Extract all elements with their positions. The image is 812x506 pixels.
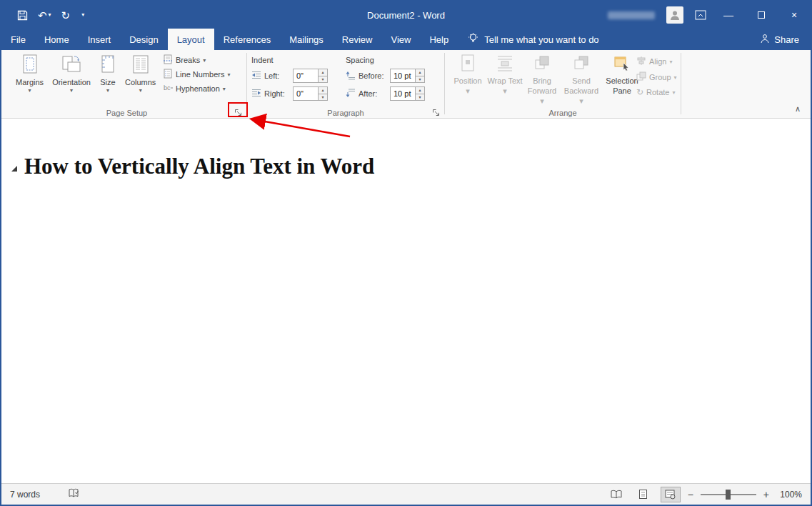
indent-left-spinner[interactable]: ▴▾ [318,69,327,82]
hyphenation-icon: bc [163,83,173,94]
spin-up-icon[interactable]: ▴ [416,69,424,76]
tab-home[interactable]: Home [35,29,79,50]
line-numbers-button[interactable]: Line Numbers ▾ [163,69,231,80]
document-page[interactable]: How to Vertically Align Text in Word [1,119,811,483]
group-button[interactable]: Group ▾ [636,71,677,83]
view-read-mode-button[interactable] [606,487,626,502]
selection-pane-label-line1: Selection [606,76,638,85]
minimize-button[interactable]: — [718,1,739,29]
indent-right-spinner[interactable]: ▴▾ [318,87,327,100]
tab-help[interactable]: Help [420,29,458,50]
undo-button[interactable]: ↶▾ [38,10,51,21]
zoom-slider[interactable] [701,494,756,495]
tab-file[interactable]: File [1,29,35,50]
wrap-text-button[interactable]: Wrap Text ▾ [486,53,523,106]
tell-me-box[interactable]: Tell me what you want to do [468,29,598,50]
share-button[interactable]: Share [760,29,799,50]
rotate-button[interactable]: ↻ Rotate ▾ [636,87,677,97]
spacing-before-icon [346,71,356,81]
orientation-caret-icon: ▾ [70,87,73,94]
orientation-button[interactable]: Orientation ▾ [48,53,95,95]
share-icon [760,34,770,46]
size-button[interactable]: Size ▾ [95,53,121,95]
group-arrange: Position ▾ Wrap Text ▾ Bring Forward ▾ [445,50,681,119]
spin-down-icon[interactable]: ▾ [319,94,327,101]
spacing-after-input[interactable] [391,87,415,100]
close-button[interactable]: × [783,1,805,29]
indent-left-label: Left: [264,71,290,80]
group-caret-icon: ▾ [674,74,677,81]
columns-caret-icon: ▾ [139,87,142,94]
position-icon [460,54,476,74]
spacing-before-spinner[interactable]: ▴▾ [415,69,424,82]
maximize-button[interactable] [751,1,772,29]
spin-up-icon[interactable]: ▴ [319,87,327,94]
tab-view[interactable]: View [381,29,420,50]
zoom-slider-thumb[interactable] [726,490,731,500]
collapse-ribbon-button[interactable]: ∧ [795,104,801,114]
spin-down-icon[interactable]: ▾ [416,76,424,83]
bring-forward-button[interactable]: Bring Forward ▾ [523,53,561,106]
breaks-button[interactable]: Breaks ▾ [163,54,231,66]
save-icon[interactable] [17,10,28,21]
margins-caret-icon: ▾ [29,87,31,94]
spacing-before-field: ▴▾ [390,69,425,83]
spin-down-icon[interactable]: ▾ [319,76,327,83]
tab-references[interactable]: References [214,29,280,50]
margins-button[interactable]: Margins ▾ [11,53,48,95]
heading-collapse-icon[interactable] [11,166,17,172]
hyphenation-button[interactable]: bc Hyphenation ▾ [163,83,231,94]
bring-forward-label: Bring Forward [523,76,561,96]
proofing-status-icon[interactable] [69,488,80,501]
spin-up-icon[interactable]: ▴ [416,87,424,94]
quick-access-toolbar-caret-icon[interactable]: ▾ [81,12,84,18]
tab-layout[interactable]: Layout [168,29,214,50]
spacing-after-spinner[interactable]: ▴▾ [415,87,424,100]
position-button[interactable]: Position ▾ [449,53,486,106]
spin-up-icon[interactable]: ▴ [319,69,327,76]
send-backward-button[interactable]: Send Backward ▾ [561,53,602,106]
redo-button[interactable]: ↻ [61,10,71,21]
document-heading[interactable]: How to Vertically Align Text in Word [24,154,374,179]
spacing-before-input[interactable] [391,69,415,82]
indent-right-label: Right: [264,89,290,98]
columns-icon [132,54,149,76]
spacing-before-label: Before: [359,71,387,80]
bring-forward-caret-icon: ▾ [540,96,544,106]
wrap-text-label: Wrap Text [487,76,522,86]
user-name-redacted [608,11,655,19]
tab-review[interactable]: Review [333,29,382,50]
tab-insert[interactable]: Insert [79,29,121,50]
zoom-out-button[interactable]: − [688,489,693,500]
zoom-in-button[interactable]: + [763,489,769,500]
ribbon-display-options-icon[interactable] [695,10,706,20]
view-print-layout-button[interactable] [633,487,653,502]
wrap-text-icon [496,54,513,74]
position-caret-icon: ▾ [466,86,470,96]
zoom-level[interactable]: 100% [776,490,802,500]
user-avatar[interactable] [666,6,683,24]
align-button[interactable]: Align ▾ [636,56,677,67]
indent-right-icon [251,89,261,99]
undo-caret-icon[interactable]: ▾ [49,12,51,18]
spacing-after-field: ▴▾ [390,86,425,101]
paragraph-group-label: Paragraph [247,109,444,117]
spin-down-icon[interactable]: ▾ [416,94,424,101]
breaks-label: Breaks [176,56,200,64]
tell-me-label: Tell me what you want to do [484,34,598,45]
position-label: Position [453,76,481,86]
send-backward-icon [573,54,590,74]
paragraph-dialog-launcher[interactable] [431,107,441,117]
view-web-layout-button[interactable] [661,487,681,502]
tab-mailings[interactable]: Mailings [280,29,333,50]
group-icon [636,71,646,83]
word-count[interactable]: 7 words [10,490,40,500]
tab-design[interactable]: Design [120,29,167,50]
send-backward-label: Send Backward [561,76,602,96]
indent-left-input[interactable] [294,69,318,82]
columns-label: Columns [125,78,156,86]
rotate-label: Rotate [646,88,669,96]
columns-button[interactable]: Columns ▾ [121,53,160,95]
align-label: Align [649,57,666,66]
indent-right-input[interactable] [294,87,318,100]
